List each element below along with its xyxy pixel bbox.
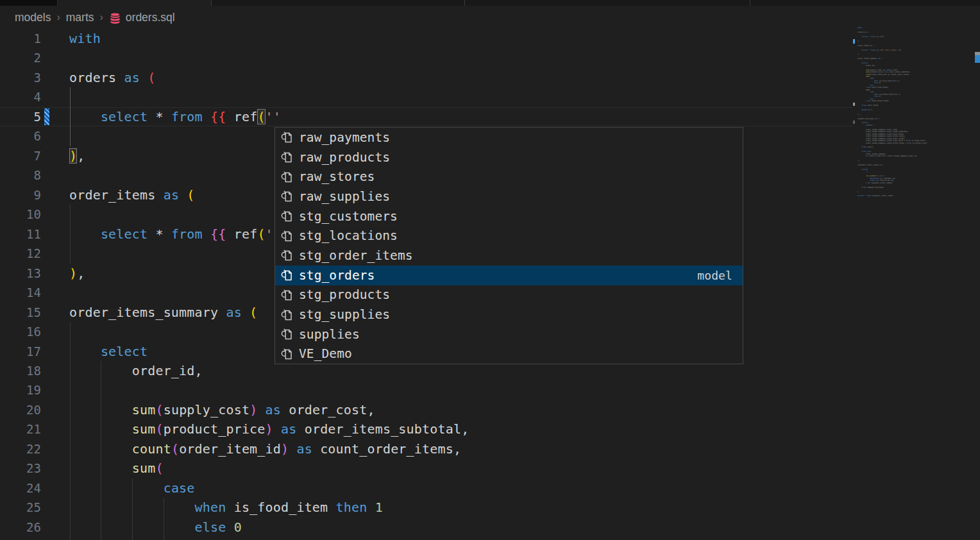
suggestion-item-raw_supplies[interactable]: raw_supplies — [275, 187, 743, 207]
line-number[interactable]: 18 — [0, 361, 41, 380]
suggestion-item-raw_payments[interactable]: raw_payments — [275, 128, 743, 148]
gutter-decoration — [41, 283, 69, 302]
minimap-change-marker — [853, 103, 855, 106]
file-reference-icon — [280, 288, 294, 302]
code-line[interactable]: 25 when is_food_item then 1 — [0, 498, 853, 517]
code-line[interactable]: 26 else 0 — [0, 518, 853, 537]
code-line[interactable]: 19 — [0, 380, 853, 400]
line-number[interactable]: 5 — [0, 107, 41, 126]
line-number[interactable]: 17 — [0, 342, 41, 361]
breadcrumb-item-models[interactable]: models — [15, 11, 51, 24]
minimap-modified-marker — [853, 39, 855, 44]
line-number[interactable]: 16 — [0, 322, 41, 341]
suggestion-label: stg_customers — [299, 209, 398, 224]
code-line[interactable]: 5 select * from {{ ref('' — [0, 107, 853, 126]
suggestion-item-VE_Demo[interactable]: VE_Demo — [275, 344, 743, 364]
suggestion-label: raw_stores — [299, 169, 375, 184]
code-line[interactable]: 23 sum( — [0, 459, 853, 478]
minimap-change-marker — [853, 121, 855, 124]
code-line[interactable]: 20 sum(supply_cost) as order_cost, — [0, 400, 853, 419]
minimap[interactable]: with orders as ( select * from {{ ref(''… — [853, 24, 969, 230]
suggestion-item-stg_supplies[interactable]: stg_supplies — [275, 305, 743, 325]
suggest-list: raw_payments raw_products raw_stores raw… — [275, 128, 743, 364]
suggestion-item-stg_customers[interactable]: stg_customers — [275, 207, 743, 226]
line-number[interactable]: 22 — [0, 439, 41, 459]
code-line[interactable]: 3orders as ( — [0, 68, 853, 87]
chevron-right-icon: › — [56, 12, 60, 23]
suggestion-label: stg_products — [299, 287, 390, 302]
suggestion-label: stg_orders — [299, 268, 375, 283]
code-line[interactable]: 1with — [0, 29, 853, 48]
line-number[interactable]: 8 — [0, 165, 41, 185]
gutter-decoration — [41, 185, 69, 205]
tab-4[interactable] — [465, 0, 750, 6]
code-line[interactable]: 4 — [0, 87, 853, 106]
overview-ruler-cursor-marker — [975, 55, 980, 63]
line-number[interactable]: 11 — [0, 224, 41, 244]
suggestion-item-stg_orders[interactable]: stg_ordersmodel — [275, 266, 743, 285]
suggestion-label: supplies — [299, 327, 360, 342]
line-number[interactable]: 12 — [0, 244, 41, 263]
file-reference-icon — [280, 229, 294, 243]
line-number[interactable]: 13 — [0, 264, 41, 283]
tab-3[interactable] — [212, 0, 465, 6]
line-number[interactable]: 3 — [0, 68, 41, 87]
suggestion-detail: model — [697, 269, 732, 282]
suggestion-item-stg_products[interactable]: stg_products — [275, 285, 743, 305]
file-reference-icon — [280, 347, 294, 361]
suggestion-item-raw_products[interactable]: raw_products — [275, 148, 743, 167]
line-number[interactable]: 26 — [0, 518, 41, 537]
chevron-right-icon: › — [100, 12, 103, 23]
code-line[interactable]: 2 — [0, 48, 853, 67]
tab-5[interactable] — [750, 0, 980, 6]
line-number[interactable]: 14 — [0, 283, 41, 302]
suggestion-label: stg_supplies — [299, 307, 390, 322]
line-number[interactable]: 19 — [0, 380, 41, 400]
minimap-code: with orders as ( select * from {{ ref(''… — [858, 27, 927, 198]
file-reference-icon — [280, 327, 294, 341]
gutter-decoration — [41, 165, 69, 185]
gutter-decoration — [41, 498, 69, 517]
breadcrumb-item-marts[interactable]: marts — [66, 11, 94, 24]
modified-line-indicator[interactable] — [41, 107, 69, 126]
gutter-decoration — [41, 459, 69, 478]
line-number[interactable]: 21 — [0, 419, 41, 439]
tab-bar — [0, 0, 980, 6]
suggestion-item-supplies[interactable]: supplies — [275, 325, 743, 344]
gutter-decoration — [41, 361, 69, 380]
line-number[interactable]: 7 — [0, 146, 41, 165]
line-number[interactable]: 6 — [0, 126, 41, 146]
suggestion-item-stg_order_items[interactable]: stg_order_items — [275, 246, 743, 266]
gutter-decoration — [41, 400, 69, 419]
suggestion-label: raw_products — [299, 150, 390, 165]
file-reference-icon — [280, 170, 294, 184]
suggestion-label: raw_supplies — [299, 189, 390, 204]
breadcrumb-item-file[interactable]: orders.sql — [126, 11, 175, 24]
suggestion-label: stg_locations — [299, 228, 398, 243]
database-icon — [109, 12, 121, 24]
suggestion-item-stg_locations[interactable]: stg_locations — [275, 226, 743, 246]
file-reference-icon — [280, 248, 294, 262]
code-line[interactable]: 21 sum(product_price) as order_items_sub… — [0, 419, 853, 439]
file-reference-icon — [280, 130, 294, 144]
line-number[interactable]: 25 — [0, 498, 41, 517]
code-line[interactable]: 22 count(order_item_id) as count_order_i… — [0, 439, 853, 459]
breadcrumb: models › marts › orders.sql — [0, 6, 853, 29]
line-number[interactable]: 24 — [0, 478, 41, 498]
line-number[interactable]: 15 — [0, 303, 41, 322]
suggest-widget: raw_payments raw_products raw_stores raw… — [275, 127, 743, 364]
suggestion-item-raw_stores[interactable]: raw_stores — [275, 167, 743, 187]
tab-2-active[interactable] — [58, 0, 212, 6]
line-number[interactable]: 10 — [0, 205, 41, 224]
line-number[interactable]: 2 — [0, 48, 41, 67]
line-number[interactable]: 4 — [0, 87, 41, 106]
line-number[interactable]: 1 — [0, 29, 41, 48]
suggestion-label: VE_Demo — [299, 346, 352, 361]
line-number[interactable]: 23 — [0, 459, 41, 478]
tab-1[interactable] — [0, 0, 58, 6]
suggestion-label: stg_order_items — [299, 248, 413, 263]
line-number[interactable]: 9 — [0, 185, 41, 205]
gutter-decoration — [41, 439, 69, 459]
line-number[interactable]: 20 — [0, 400, 41, 419]
code-line[interactable]: 24 case — [0, 478, 853, 498]
